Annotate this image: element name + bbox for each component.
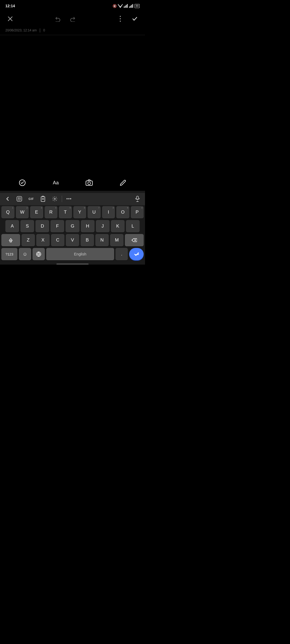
- key-r[interactable]: 4R: [45, 206, 58, 218]
- keyboard-back-button[interactable]: [2, 194, 13, 204]
- key-e[interactable]: 3E: [30, 206, 43, 218]
- task-button[interactable]: [19, 179, 26, 186]
- status-icons: 🔇 89: [113, 4, 140, 8]
- mute-icon: 🔇: [113, 4, 117, 8]
- emoji-key[interactable]: ☺: [19, 248, 31, 260]
- keyboard-divider: [62, 196, 62, 202]
- sticker-button[interactable]: [14, 194, 25, 204]
- key-t[interactable]: 5T: [59, 206, 72, 218]
- svg-point-10: [120, 16, 121, 17]
- keyboard-settings-button[interactable]: [49, 194, 60, 204]
- svg-rect-3: [127, 4, 128, 8]
- numbers-key[interactable]: ?123: [1, 248, 17, 260]
- keyboard-toolbar: GIF •••: [0, 193, 145, 205]
- svg-rect-16: [17, 196, 22, 201]
- microphone-button[interactable]: [132, 194, 143, 204]
- svg-rect-4: [129, 6, 130, 8]
- meta-bar: 20/06/2023, 12:14 am | 0: [0, 27, 145, 35]
- battery-icon: 89: [135, 4, 140, 8]
- key-d[interactable]: D: [35, 220, 49, 232]
- key-g[interactable]: G: [66, 220, 79, 232]
- key-h[interactable]: H: [81, 220, 95, 232]
- key-v[interactable]: V: [66, 234, 79, 246]
- text-format-label: Aa: [53, 180, 59, 186]
- key-c[interactable]: C: [51, 234, 64, 246]
- meta-divider: |: [39, 28, 41, 33]
- home-indicator: [56, 264, 89, 265]
- meta-charcount: 0: [43, 28, 45, 32]
- shift-key[interactable]: [1, 234, 20, 246]
- status-time: 12:14: [5, 4, 15, 8]
- keyboard-row-1: 1Q 2W 3E 4R 5T 6Y 7U 8I 9O 0P: [0, 205, 145, 219]
- svg-rect-26: [10, 241, 12, 242]
- svg-point-18: [20, 198, 20, 199]
- pen-button[interactable]: [120, 180, 126, 186]
- svg-rect-7: [132, 4, 133, 8]
- signal2-icon: [129, 4, 133, 8]
- meta-datetime: 20/06/2023, 12:14 am: [5, 28, 37, 32]
- key-k[interactable]: K: [111, 220, 125, 232]
- keyboard-row-4: ?123 ☺ English .: [0, 247, 145, 262]
- keyboard-row-3: Z X C V B N M: [0, 233, 145, 247]
- key-j[interactable]: J: [96, 220, 110, 232]
- key-l[interactable]: L: [126, 220, 140, 232]
- svg-point-12: [120, 21, 121, 22]
- wifi-icon: [118, 4, 123, 8]
- bottom-toolbar: Aa: [0, 175, 145, 191]
- key-z[interactable]: Z: [21, 234, 35, 246]
- key-b[interactable]: B: [81, 234, 94, 246]
- space-key[interactable]: English: [46, 248, 114, 260]
- key-n[interactable]: N: [95, 234, 109, 246]
- keyboard-row-2: A S D F G H J K L: [0, 219, 145, 233]
- svg-point-22: [54, 198, 56, 200]
- text-format-button[interactable]: Aa: [53, 180, 59, 186]
- key-y[interactable]: 6Y: [73, 206, 86, 218]
- key-q[interactable]: 1Q: [1, 206, 15, 218]
- enter-key[interactable]: [129, 248, 144, 260]
- redo-button[interactable]: [68, 14, 77, 24]
- key-a[interactable]: A: [5, 220, 19, 232]
- svg-point-11: [120, 18, 121, 19]
- confirm-button[interactable]: [130, 14, 140, 24]
- key-w[interactable]: 2W: [16, 206, 29, 218]
- svg-rect-2: [126, 5, 127, 8]
- key-i[interactable]: 8I: [102, 206, 115, 218]
- gif-button[interactable]: GIF: [26, 194, 37, 204]
- clipboard-button[interactable]: [38, 194, 48, 204]
- close-button[interactable]: [5, 14, 15, 24]
- period-key[interactable]: .: [115, 248, 128, 260]
- key-s[interactable]: S: [20, 220, 34, 232]
- more-options-button[interactable]: [115, 14, 125, 24]
- content-area[interactable]: [0, 35, 145, 175]
- key-f[interactable]: F: [50, 220, 64, 232]
- svg-rect-1: [125, 6, 126, 8]
- globe-key[interactable]: [32, 248, 45, 260]
- backspace-key[interactable]: [125, 234, 144, 246]
- svg-rect-6: [131, 5, 132, 8]
- signal1-icon: [124, 4, 128, 8]
- camera-button[interactable]: [86, 180, 93, 186]
- toolbar: [0, 11, 145, 27]
- svg-point-17: [18, 198, 19, 199]
- svg-rect-5: [130, 6, 131, 8]
- key-o[interactable]: 9O: [116, 206, 129, 218]
- key-m[interactable]: M: [110, 234, 124, 246]
- key-x[interactable]: X: [36, 234, 50, 246]
- key-u[interactable]: 7U: [88, 206, 101, 218]
- undo-button[interactable]: [53, 14, 63, 24]
- keyboard-more-button[interactable]: •••: [64, 194, 74, 204]
- key-p[interactable]: 0P: [131, 206, 144, 218]
- svg-rect-0: [124, 6, 125, 8]
- status-bar: 12:14 🔇 89: [0, 0, 145, 11]
- keyboard: GIF •••: [0, 191, 145, 265]
- svg-point-15: [88, 182, 90, 185]
